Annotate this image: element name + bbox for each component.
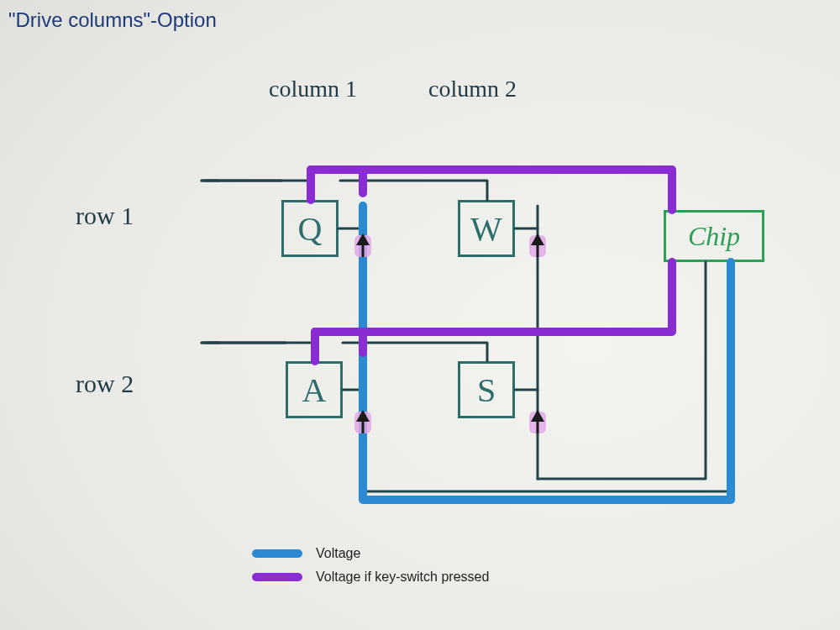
- svg-rect-3: [529, 412, 546, 433]
- diode-S: [529, 410, 546, 433]
- key-W-label: W: [470, 209, 502, 249]
- diode-W: [529, 234, 546, 257]
- row2-seg-left-to-A: [202, 343, 315, 361]
- row1-seg-left-to-Q: [202, 181, 311, 200]
- diodes: [354, 234, 546, 433]
- header-column-2: column 2: [428, 76, 517, 102]
- diode-Q: [354, 234, 371, 257]
- svg-rect-1: [354, 412, 371, 433]
- diode-A: [354, 410, 371, 433]
- voltage-pressed-path: [269, 170, 672, 361]
- legend-swatch-voltage-pressed: [252, 573, 302, 581]
- diagram-canvas: "Drive columns"-Option column 1 column 2…: [0, 0, 840, 630]
- legend-swatch-voltage: [252, 549, 302, 558]
- key-Q-label: Q: [298, 209, 323, 249]
- page-title: "Drive columns"-Option: [8, 8, 217, 32]
- chip-label: Chip: [688, 221, 740, 252]
- key-W: W: [458, 200, 515, 257]
- key-S-label: S: [477, 370, 496, 410]
- legend: Voltage Voltage if key-switch pressed: [252, 546, 489, 593]
- legend-label-voltage-pressed: Voltage if key-switch pressed: [316, 570, 489, 585]
- key-A: A: [286, 361, 343, 418]
- row-left-leads: [206, 181, 286, 343]
- row1-seg-Q-to-W: [340, 181, 487, 200]
- header-row-1: row 1: [76, 202, 134, 230]
- header-column-1: column 1: [269, 76, 357, 102]
- legend-row-voltage-pressed: Voltage if key-switch pressed: [252, 570, 489, 585]
- svg-rect-0: [354, 235, 371, 257]
- legend-row-voltage: Voltage: [252, 546, 489, 561]
- svg-rect-2: [529, 235, 546, 257]
- row2-seg-A-to-S: [343, 343, 487, 361]
- chip: Chip: [664, 210, 764, 262]
- wiring-svg: [0, 0, 840, 630]
- key-Q: Q: [281, 200, 339, 257]
- key-A-label: A: [302, 370, 327, 410]
- legend-label-voltage: Voltage: [316, 546, 360, 561]
- key-S: S: [458, 361, 515, 418]
- col1-to-chip-pen: [363, 262, 731, 491]
- col2-to-chip-pen: [538, 262, 706, 479]
- header-row-2: row 2: [76, 370, 134, 398]
